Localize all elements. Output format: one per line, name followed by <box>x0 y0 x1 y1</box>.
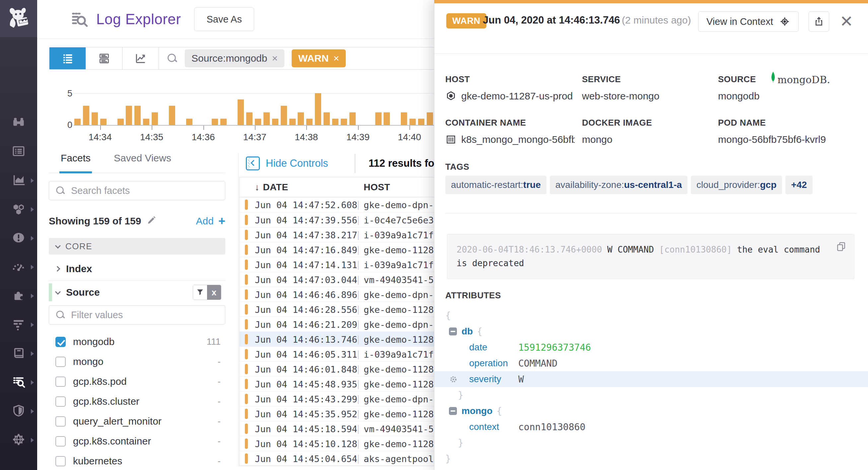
checkbox-unchecked[interactable] <box>55 416 66 427</box>
nav-item-apm[interactable] <box>0 253 37 281</box>
nav-item-integrations[interactable] <box>0 281 37 310</box>
facet-value-mongodb[interactable]: mongodb111 <box>49 332 225 352</box>
histogram-bar[interactable] <box>264 112 270 125</box>
datadog-logo[interactable] <box>0 0 37 37</box>
filter-values-input[interactable]: Filter values <box>49 305 225 325</box>
histogram-bar[interactable] <box>100 119 106 125</box>
histogram-bar[interactable] <box>152 112 158 125</box>
list-view-button[interactable] <box>50 47 86 69</box>
attr-value[interactable]: W <box>518 374 524 385</box>
field-value[interactable]: mongodb <box>718 91 760 102</box>
search-facets-input[interactable]: Search facets <box>49 181 225 200</box>
nav-item-watchdog[interactable] <box>0 108 37 137</box>
remove-filter-icon[interactable]: × <box>334 53 339 64</box>
nav-item-dashboards[interactable] <box>0 137 37 166</box>
histogram-bar[interactable] <box>238 99 244 125</box>
gear-icon[interactable] <box>449 375 458 384</box>
tag-cloud_provider[interactable]: cloud_provider:gcp <box>691 176 782 194</box>
view-in-context-button[interactable]: View in Context <box>698 11 799 32</box>
checkbox-checked[interactable] <box>55 337 66 347</box>
filter-pill-warn[interactable]: WARN × <box>292 49 346 67</box>
histogram-bar[interactable] <box>118 119 124 125</box>
facet-value-gcp.k8s.container[interactable]: gcp.k8s.container- <box>49 431 225 451</box>
checkbox-unchecked[interactable] <box>55 357 66 367</box>
histogram-bar[interactable] <box>169 106 175 125</box>
checkbox-unchecked[interactable] <box>55 456 66 466</box>
attr-value[interactable]: conn10130860 <box>518 422 585 433</box>
attr-key[interactable]: context <box>469 422 518 432</box>
column-header-date[interactable]: ↓DATE <box>255 182 288 193</box>
nav-item-monitors[interactable] <box>0 224 37 253</box>
hide-controls-button[interactable]: Hide Controls <box>246 157 328 170</box>
facet-value-gcp.k8s.pod[interactable]: gcp.k8s.pod- <box>49 372 225 392</box>
facet-value-mongo[interactable]: mongo- <box>49 352 225 372</box>
checkbox-unchecked[interactable] <box>55 436 66 446</box>
field-value[interactable]: web-store-mongo <box>582 91 659 102</box>
tag-availability-zone[interactable]: availability-zone:us-central1-a <box>550 176 687 194</box>
save-as-button[interactable]: Save As <box>194 7 254 31</box>
attr-node-name[interactable]: db <box>462 326 473 337</box>
field-value[interactable]: mongo <box>582 134 652 145</box>
field-value[interactable]: gke-demo-11287-us-prod <box>445 91 573 102</box>
histogram-bar[interactable] <box>212 119 218 125</box>
attr-value[interactable]: COMMAND <box>518 358 557 369</box>
histogram-bar[interactable] <box>409 119 416 125</box>
histogram-bar[interactable] <box>143 119 149 125</box>
filter-facet-button[interactable] <box>193 285 207 300</box>
histogram-bar[interactable] <box>255 119 261 125</box>
histogram-bar[interactable] <box>315 93 321 125</box>
clear-facet-button[interactable]: x <box>207 285 221 300</box>
histogram-bar[interactable] <box>83 106 89 125</box>
histogram-bar[interactable] <box>92 112 98 125</box>
nav-item-synthetics[interactable] <box>0 426 37 455</box>
facet-group-core[interactable]: CORE <box>49 238 225 255</box>
edit-pencil-icon[interactable] <box>146 215 156 227</box>
histogram-bar[interactable] <box>418 119 424 125</box>
copy-icon[interactable] <box>835 241 847 256</box>
histogram-bar[interactable] <box>383 112 390 125</box>
histogram-bar[interactable] <box>272 119 278 125</box>
checkbox-unchecked[interactable] <box>55 396 66 407</box>
nav-item-infrastructure[interactable] <box>0 195 37 224</box>
field-value[interactable]: k8s_mongo_mongo-56bfb7 <box>445 134 575 145</box>
facet-value-gcp.k8s.cluster[interactable]: gcp.k8s.cluster- <box>49 392 225 411</box>
histogram-bar[interactable] <box>220 119 227 125</box>
tag-more-badge[interactable]: +42 <box>785 176 813 194</box>
remove-filter-icon[interactable]: × <box>272 53 278 64</box>
histogram-bar[interactable] <box>289 119 296 125</box>
attr-value[interactable]: 1591296373746 <box>518 342 591 353</box>
chart-view-button[interactable] <box>122 47 159 69</box>
facet-value-kubernetes[interactable]: kubernetes- <box>49 451 225 470</box>
attr-key[interactable]: date <box>469 342 518 352</box>
checkbox-unchecked[interactable] <box>55 376 66 387</box>
tab-facets[interactable]: Facets <box>61 153 91 173</box>
facet-source[interactable]: Source x <box>49 283 225 302</box>
collapse-node-icon[interactable] <box>449 328 457 335</box>
nav-item-security[interactable] <box>0 397 37 426</box>
histogram-bar[interactable] <box>126 106 132 125</box>
add-facet-button[interactable]: Add + <box>196 214 225 228</box>
histogram-bar[interactable] <box>281 106 287 125</box>
histogram-bar[interactable] <box>332 119 338 125</box>
attr-node-name[interactable]: mongo <box>462 406 492 416</box>
histogram-bar[interactable] <box>427 112 433 125</box>
facet-index[interactable]: Index <box>49 259 225 278</box>
nav-item-metrics[interactable] <box>0 166 37 195</box>
filter-pill-source[interactable]: Source:mongodb × <box>185 49 284 67</box>
histogram-bar[interactable] <box>134 106 141 125</box>
field-value[interactable]: mongo-56bfb75bf6-kvrl9 <box>718 134 826 145</box>
histogram-bar[interactable] <box>74 119 81 125</box>
histogram-bar[interactable] <box>341 119 347 125</box>
attr-key[interactable]: severity <box>469 374 518 384</box>
nav-item-logs[interactable] <box>0 368 37 397</box>
collapse-node-icon[interactable] <box>449 407 457 415</box>
histogram-bar[interactable] <box>246 112 252 125</box>
column-header-host[interactable]: HOST <box>364 182 390 193</box>
histogram-bar[interactable] <box>375 112 381 125</box>
facet-value-query_alert_monitor[interactable]: query_alert_monitor- <box>49 411 225 431</box>
detail-view-button[interactable] <box>86 47 122 69</box>
attr-key[interactable]: operation <box>469 358 518 369</box>
histogram-bar[interactable] <box>306 119 313 125</box>
nav-item-notebooks[interactable] <box>0 339 37 368</box>
nav-item-traces[interactable] <box>0 310 37 339</box>
